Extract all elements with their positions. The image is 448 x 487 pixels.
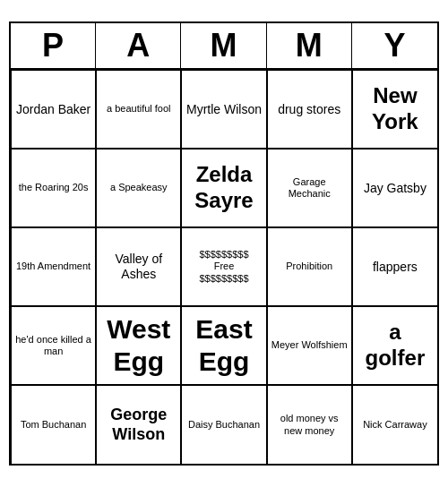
bingo-cell-14[interactable]: flappers	[352, 227, 437, 306]
header-letter-m: M	[267, 23, 352, 68]
bingo-cell-5[interactable]: the Roaring 20s	[11, 149, 96, 227]
bingo-grid: Jordan Bakera beautiful foolMyrtle Wilso…	[11, 70, 437, 464]
header-letter-m: M	[181, 23, 266, 68]
bingo-cell-19[interactable]: a golfer	[352, 306, 437, 385]
bingo-cell-11[interactable]: Valley of Ashes	[96, 227, 181, 306]
bingo-cell-24[interactable]: Nick Carraway	[352, 385, 437, 464]
bingo-cell-6[interactable]: a Speakeasy	[96, 149, 181, 227]
bingo-cell-4[interactable]: New York	[352, 70, 437, 149]
bingo-cell-16[interactable]: West Egg	[96, 306, 181, 385]
bingo-cell-12[interactable]: $$$$$$$$$ Free $$$$$$$$$	[181, 227, 266, 306]
bingo-cell-7[interactable]: Zelda Sayre	[181, 149, 266, 227]
bingo-card: PAMMY Jordan Bakera beautiful foolMyrtle…	[9, 21, 439, 466]
bingo-cell-21[interactable]: George Wilson	[96, 385, 181, 464]
bingo-cell-2[interactable]: Myrtle Wilson	[181, 70, 266, 149]
bingo-cell-9[interactable]: Jay Gatsby	[352, 149, 437, 227]
bingo-cell-20[interactable]: Tom Buchanan	[11, 385, 96, 464]
bingo-cell-10[interactable]: 19th Amendment	[11, 227, 96, 306]
bingo-cell-13[interactable]: Prohibition	[267, 227, 352, 306]
bingo-cell-17[interactable]: East Egg	[181, 306, 266, 385]
bingo-header: PAMMY	[11, 23, 437, 70]
bingo-cell-0[interactable]: Jordan Baker	[11, 70, 96, 149]
bingo-cell-15[interactable]: he'd once killed a man	[11, 306, 96, 385]
bingo-cell-8[interactable]: Garage Mechanic	[267, 149, 352, 227]
header-letter-a: A	[96, 23, 181, 68]
bingo-cell-22[interactable]: Daisy Buchanan	[181, 385, 266, 464]
bingo-cell-3[interactable]: drug stores	[267, 70, 352, 149]
bingo-cell-23[interactable]: old money vs new money	[267, 385, 352, 464]
bingo-cell-1[interactable]: a beautiful fool	[96, 70, 181, 149]
bingo-cell-18[interactable]: Meyer Wolfshiem	[267, 306, 352, 385]
header-letter-p: P	[11, 23, 96, 68]
header-letter-y: Y	[352, 23, 437, 68]
